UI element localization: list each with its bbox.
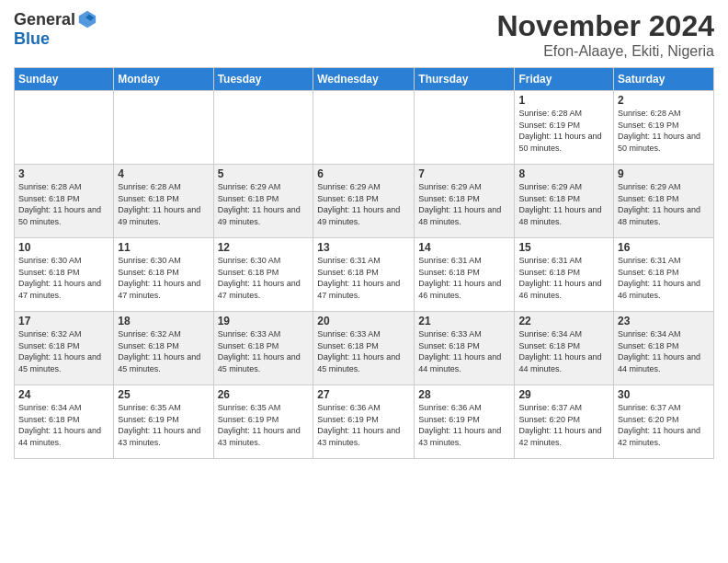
calendar-cell: 16Sunrise: 6:31 AM Sunset: 6:18 PM Dayli… bbox=[614, 238, 714, 312]
col-header-sunday: Sunday bbox=[15, 68, 114, 91]
day-number: 15 bbox=[518, 241, 609, 254]
calendar-week-2: 3Sunrise: 6:28 AM Sunset: 6:18 PM Daylig… bbox=[15, 165, 714, 238]
day-info: Sunrise: 6:37 AM Sunset: 6:20 PM Dayligh… bbox=[618, 402, 710, 448]
day-number: 10 bbox=[18, 241, 109, 254]
day-info: Sunrise: 6:33 AM Sunset: 6:18 PM Dayligh… bbox=[218, 328, 310, 374]
day-info: Sunrise: 6:31 AM Sunset: 6:18 PM Dayligh… bbox=[317, 255, 410, 301]
day-number: 12 bbox=[218, 241, 310, 254]
calendar-cell: 12Sunrise: 6:30 AM Sunset: 6:18 PM Dayli… bbox=[213, 238, 313, 312]
day-info: Sunrise: 6:36 AM Sunset: 6:19 PM Dayligh… bbox=[418, 402, 510, 448]
day-number: 11 bbox=[118, 241, 209, 254]
day-number: 20 bbox=[317, 315, 410, 327]
calendar-cell: 14Sunrise: 6:31 AM Sunset: 6:18 PM Dayli… bbox=[415, 238, 515, 312]
day-info: Sunrise: 6:35 AM Sunset: 6:19 PM Dayligh… bbox=[218, 402, 310, 448]
day-number: 29 bbox=[518, 388, 609, 401]
day-number: 13 bbox=[317, 241, 410, 254]
day-number: 4 bbox=[118, 167, 209, 180]
day-number: 14 bbox=[418, 241, 510, 254]
calendar-cell: 25Sunrise: 6:35 AM Sunset: 6:19 PM Dayli… bbox=[114, 385, 213, 459]
day-number: 24 bbox=[18, 388, 109, 401]
day-number: 19 bbox=[218, 315, 310, 327]
calendar-cell bbox=[15, 91, 114, 165]
calendar-cell: 26Sunrise: 6:35 AM Sunset: 6:19 PM Dayli… bbox=[213, 385, 313, 459]
calendar-cell: 3Sunrise: 6:28 AM Sunset: 6:18 PM Daylig… bbox=[15, 165, 114, 238]
calendar-header-row: SundayMondayTuesdayWednesdayThursdayFrid… bbox=[15, 68, 714, 91]
day-info: Sunrise: 6:37 AM Sunset: 6:20 PM Dayligh… bbox=[518, 402, 609, 448]
logo-general-text: General bbox=[14, 10, 75, 29]
calendar-cell bbox=[114, 91, 213, 165]
logo-icon bbox=[77, 9, 97, 29]
col-header-thursday: Thursday bbox=[415, 68, 515, 91]
day-number: 9 bbox=[618, 167, 710, 180]
calendar-cell: 13Sunrise: 6:31 AM Sunset: 6:18 PM Dayli… bbox=[313, 238, 415, 312]
day-info: Sunrise: 6:31 AM Sunset: 6:18 PM Dayligh… bbox=[418, 255, 510, 301]
calendar-cell: 5Sunrise: 6:29 AM Sunset: 6:18 PM Daylig… bbox=[213, 165, 313, 238]
calendar-cell: 19Sunrise: 6:33 AM Sunset: 6:18 PM Dayli… bbox=[213, 312, 313, 385]
day-info: Sunrise: 6:36 AM Sunset: 6:19 PM Dayligh… bbox=[317, 402, 410, 448]
col-header-tuesday: Tuesday bbox=[213, 68, 313, 91]
day-info: Sunrise: 6:34 AM Sunset: 6:18 PM Dayligh… bbox=[18, 402, 109, 448]
calendar-cell: 10Sunrise: 6:30 AM Sunset: 6:18 PM Dayli… bbox=[15, 238, 114, 312]
day-info: Sunrise: 6:29 AM Sunset: 6:18 PM Dayligh… bbox=[218, 181, 310, 227]
calendar-cell: 29Sunrise: 6:37 AM Sunset: 6:20 PM Dayli… bbox=[515, 385, 614, 459]
calendar-cell: 24Sunrise: 6:34 AM Sunset: 6:18 PM Dayli… bbox=[15, 385, 114, 459]
calendar-cell: 17Sunrise: 6:32 AM Sunset: 6:18 PM Dayli… bbox=[15, 312, 114, 385]
day-info: Sunrise: 6:30 AM Sunset: 6:18 PM Dayligh… bbox=[118, 255, 209, 301]
col-header-friday: Friday bbox=[515, 68, 614, 91]
day-number: 3 bbox=[18, 167, 109, 180]
calendar-cell bbox=[415, 91, 515, 165]
day-number: 7 bbox=[418, 167, 510, 180]
calendar-cell: 4Sunrise: 6:28 AM Sunset: 6:18 PM Daylig… bbox=[114, 165, 213, 238]
col-header-saturday: Saturday bbox=[614, 68, 714, 91]
day-info: Sunrise: 6:28 AM Sunset: 6:18 PM Dayligh… bbox=[18, 181, 109, 227]
day-info: Sunrise: 6:29 AM Sunset: 6:18 PM Dayligh… bbox=[418, 181, 510, 227]
day-number: 1 bbox=[518, 94, 609, 107]
calendar-week-4: 17Sunrise: 6:32 AM Sunset: 6:18 PM Dayli… bbox=[15, 312, 714, 385]
page-container: General Blue November 2024 Efon-Alaaye, … bbox=[0, 0, 728, 464]
col-header-wednesday: Wednesday bbox=[313, 68, 415, 91]
calendar-cell: 27Sunrise: 6:36 AM Sunset: 6:19 PM Dayli… bbox=[313, 385, 415, 459]
day-info: Sunrise: 6:30 AM Sunset: 6:18 PM Dayligh… bbox=[18, 255, 109, 301]
day-info: Sunrise: 6:29 AM Sunset: 6:18 PM Dayligh… bbox=[618, 181, 710, 227]
calendar-cell: 9Sunrise: 6:29 AM Sunset: 6:18 PM Daylig… bbox=[614, 165, 714, 238]
day-info: Sunrise: 6:33 AM Sunset: 6:18 PM Dayligh… bbox=[317, 328, 410, 374]
main-title: November 2024 bbox=[496, 9, 714, 43]
calendar-cell bbox=[213, 91, 313, 165]
day-number: 28 bbox=[418, 388, 510, 401]
calendar-cell: 23Sunrise: 6:34 AM Sunset: 6:18 PM Dayli… bbox=[614, 312, 714, 385]
calendar-week-5: 24Sunrise: 6:34 AM Sunset: 6:18 PM Dayli… bbox=[15, 385, 714, 459]
day-number: 25 bbox=[118, 388, 209, 401]
calendar-week-3: 10Sunrise: 6:30 AM Sunset: 6:18 PM Dayli… bbox=[15, 238, 714, 312]
day-info: Sunrise: 6:33 AM Sunset: 6:18 PM Dayligh… bbox=[418, 328, 510, 374]
day-number: 6 bbox=[317, 167, 410, 180]
calendar-table: SundayMondayTuesdayWednesdayThursdayFrid… bbox=[14, 67, 714, 459]
calendar-cell: 15Sunrise: 6:31 AM Sunset: 6:18 PM Dayli… bbox=[515, 238, 614, 312]
calendar-cell: 28Sunrise: 6:36 AM Sunset: 6:19 PM Dayli… bbox=[415, 385, 515, 459]
calendar-cell: 8Sunrise: 6:29 AM Sunset: 6:18 PM Daylig… bbox=[515, 165, 614, 238]
col-header-monday: Monday bbox=[114, 68, 213, 91]
day-info: Sunrise: 6:32 AM Sunset: 6:18 PM Dayligh… bbox=[118, 328, 209, 374]
day-number: 22 bbox=[518, 315, 609, 327]
calendar-cell: 22Sunrise: 6:34 AM Sunset: 6:18 PM Dayli… bbox=[515, 312, 614, 385]
day-info: Sunrise: 6:35 AM Sunset: 6:19 PM Dayligh… bbox=[118, 402, 209, 448]
day-number: 2 bbox=[618, 94, 710, 107]
day-info: Sunrise: 6:32 AM Sunset: 6:18 PM Dayligh… bbox=[18, 328, 109, 374]
calendar-cell: 21Sunrise: 6:33 AM Sunset: 6:18 PM Dayli… bbox=[415, 312, 515, 385]
day-number: 21 bbox=[418, 315, 510, 327]
day-number: 8 bbox=[518, 167, 609, 180]
day-info: Sunrise: 6:34 AM Sunset: 6:18 PM Dayligh… bbox=[518, 328, 609, 374]
calendar-cell: 2Sunrise: 6:28 AM Sunset: 6:19 PM Daylig… bbox=[614, 91, 714, 165]
day-number: 5 bbox=[218, 167, 310, 180]
sub-title: Efon-Alaaye, Ekiti, Nigeria bbox=[496, 43, 714, 60]
day-number: 23 bbox=[618, 315, 710, 327]
calendar-cell: 6Sunrise: 6:29 AM Sunset: 6:18 PM Daylig… bbox=[313, 165, 415, 238]
day-info: Sunrise: 6:28 AM Sunset: 6:19 PM Dayligh… bbox=[518, 108, 609, 154]
calendar-cell: 11Sunrise: 6:30 AM Sunset: 6:18 PM Dayli… bbox=[114, 238, 213, 312]
calendar-cell: 30Sunrise: 6:37 AM Sunset: 6:20 PM Dayli… bbox=[614, 385, 714, 459]
logo-blue-text: Blue bbox=[14, 29, 50, 49]
day-number: 18 bbox=[118, 315, 209, 327]
day-info: Sunrise: 6:29 AM Sunset: 6:18 PM Dayligh… bbox=[518, 181, 609, 227]
day-number: 17 bbox=[18, 315, 109, 327]
calendar-cell: 7Sunrise: 6:29 AM Sunset: 6:18 PM Daylig… bbox=[415, 165, 515, 238]
day-info: Sunrise: 6:31 AM Sunset: 6:18 PM Dayligh… bbox=[618, 255, 710, 301]
